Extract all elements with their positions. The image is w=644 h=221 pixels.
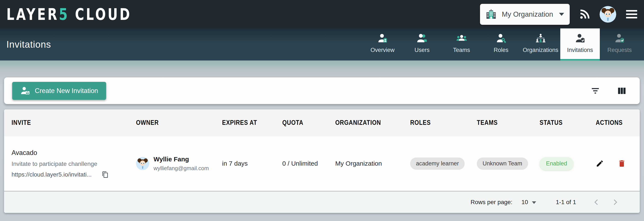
chevron-down-icon xyxy=(559,13,564,16)
org-selector-value: My Organization xyxy=(502,10,554,18)
column-header-roles: ROLES xyxy=(410,119,477,127)
nav-tabs: Overview Users xyxy=(363,29,644,61)
user-avatar[interactable] xyxy=(600,6,616,23)
status-cell: Enabled xyxy=(540,157,574,170)
rows-per-page-label: Rows per page: xyxy=(470,199,512,206)
person-check-icon xyxy=(575,33,586,44)
org-selector[interactable]: My Organization xyxy=(480,4,570,25)
column-header-organization: ORGANIZATION xyxy=(335,119,410,127)
tab-organizations[interactable]: Organizations xyxy=(521,29,560,61)
building-icon xyxy=(486,9,497,20)
tab-invitations[interactable]: Invitations xyxy=(560,29,600,61)
app-logo[interactable]: LAYER5CLOUD xyxy=(6,5,132,24)
table-row: Avacado Invitate to participate chanllen… xyxy=(4,136,640,191)
hierarchy-icon xyxy=(535,33,546,44)
owner-name: Wyllie Fang xyxy=(154,156,209,163)
invite-description: Invitate to participate chanllenge xyxy=(12,160,130,167)
menu-icon[interactable] xyxy=(626,9,638,19)
owner-avatar xyxy=(136,157,149,170)
column-header-expires-at: EXPIRES AT xyxy=(222,119,282,127)
next-page-icon[interactable] xyxy=(611,198,620,206)
copy-icon[interactable] xyxy=(102,171,109,178)
tab-users[interactable]: Users xyxy=(402,29,442,61)
rows-per-page-value: 10 xyxy=(522,199,528,206)
tab-roles[interactable]: Roles xyxy=(481,29,521,61)
tab-overview[interactable]: Overview xyxy=(363,29,402,61)
column-header-invite: INVITE xyxy=(12,119,136,127)
person-badge-icon xyxy=(377,33,388,44)
feed-icon[interactable] xyxy=(579,9,590,20)
organization-cell: My Organization xyxy=(335,160,410,167)
roles-cell: academy learner xyxy=(410,157,465,170)
owner-cell: Wyllie Fang wylliefang@gmail.com xyxy=(136,156,222,172)
expires-at-cell: in 7 days xyxy=(222,160,282,167)
column-header-teams: TEAMS xyxy=(477,119,540,127)
column-header-owner: OWNER xyxy=(136,119,222,127)
actions-cell xyxy=(596,159,631,168)
status-badge: Enabled xyxy=(540,157,574,170)
column-header-quota: QUOTA xyxy=(282,119,335,127)
two-people-icon xyxy=(417,33,428,44)
previous-page-icon[interactable] xyxy=(592,198,601,206)
column-header-actions: ACTIONS xyxy=(596,119,631,127)
teams-cell: Unknown Team xyxy=(477,157,528,170)
person-key-icon xyxy=(496,33,506,44)
filter-icon[interactable] xyxy=(590,86,600,96)
topbar: LAYER5CLOUD xyxy=(0,0,644,29)
invite-name: Avacado xyxy=(12,149,130,157)
pagination-range: 1-1 of 1 xyxy=(556,199,576,206)
invite-cell: Avacado Invitate to participate chanllen… xyxy=(12,143,136,184)
column-header-status: STATUS xyxy=(540,119,596,127)
columns-icon[interactable] xyxy=(617,86,626,96)
edit-pencil-icon[interactable] xyxy=(596,159,604,168)
toolbar-card: Create New Invitation xyxy=(4,77,640,104)
person-envelope-icon xyxy=(20,86,30,96)
table-toolbar-icons xyxy=(590,86,632,96)
create-invitation-button[interactable]: Create New Invitation xyxy=(12,82,106,100)
page-content: Create New Invitation INVITE O xyxy=(0,61,644,221)
role-chip: academy learner xyxy=(410,157,465,170)
logo-text-cloud: CLOUD xyxy=(75,5,132,24)
secondary-navbar: Invitations Overview xyxy=(0,29,644,61)
logo-accent-5: 5 xyxy=(59,5,70,24)
chevron-down-icon xyxy=(532,201,536,204)
delete-trash-icon[interactable] xyxy=(618,159,626,168)
tab-requests[interactable]: Requests xyxy=(600,29,639,61)
person-check-icon-disabled xyxy=(614,33,625,44)
create-invitation-label: Create New Invitation xyxy=(35,87,98,95)
invite-link: https://cloud.layer5.io/invitati... xyxy=(12,171,92,178)
logo-text: LAYER xyxy=(6,5,59,24)
team-chip: Unknown Team xyxy=(477,157,528,170)
owner-email: wylliefang@gmail.com xyxy=(154,165,209,172)
topbar-actions: My Organization xyxy=(480,4,638,25)
invitations-table: INVITE OWNER EXPIRES AT QUOTA ORGANIZATI… xyxy=(4,109,640,213)
page-title: Invitations xyxy=(6,39,51,50)
group-icon xyxy=(456,33,467,44)
table-pagination: Rows per page: 10 1-1 of 1 xyxy=(4,191,640,213)
tab-teams[interactable]: Teams xyxy=(442,29,481,61)
table-header-row: INVITE OWNER EXPIRES AT QUOTA ORGANIZATI… xyxy=(4,109,640,136)
quota-cell: 0 / Unlimited xyxy=(282,160,335,167)
rows-per-page-select[interactable]: 10 xyxy=(522,199,536,206)
